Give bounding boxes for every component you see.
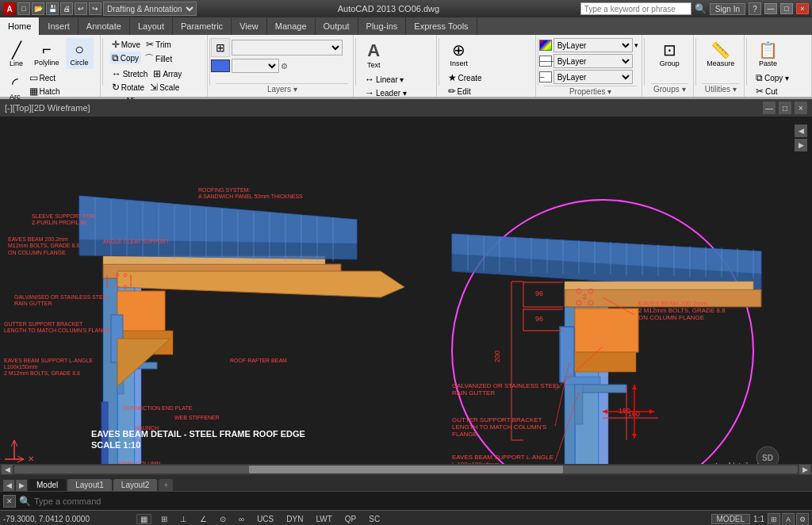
create-button[interactable]: ★Create <box>446 71 513 84</box>
quick-access-print[interactable]: 🖨 <box>60 2 73 15</box>
tab-manage[interactable]: Manage <box>267 17 316 35</box>
add-layout-button[interactable]: + <box>159 479 173 491</box>
minimize-button[interactable]: — <box>764 3 777 14</box>
nav-btn-next[interactable]: ▶ <box>795 139 807 151</box>
tab-bar: ◀ ▶ Model Layout1 Layout2 + <box>0 475 812 491</box>
tab-layout2[interactable]: Layout2 <box>113 479 158 491</box>
scroll-tabs-right[interactable]: ▶ <box>16 480 27 491</box>
quick-access-redo[interactable]: ↪ <box>89 2 102 15</box>
coordinates-display: -79.3000, 7.0412 0.0000 <box>3 515 130 523</box>
color-dropdown-arrow[interactable]: ▾ <box>634 41 638 49</box>
trim-button[interactable]: ✂Trim <box>144 38 174 51</box>
svg-text:GALVANISED OR STAINLESS STEEL: GALVANISED OR STAINLESS STEEL <box>14 294 109 300</box>
quick-access-save[interactable]: 💾 <box>46 2 59 15</box>
fillet-button[interactable]: ⌒Fillet <box>142 52 174 67</box>
nav-btn-prev[interactable]: ◀ <box>795 125 807 137</box>
viewport-scale-icon[interactable]: ⊞ <box>768 513 780 526</box>
app-icons: A □ 📂 💾 🖨 ↩ ↪ Drafting & Annotation <box>3 2 197 16</box>
edit-button[interactable]: ✏Edit <box>446 85 513 98</box>
sign-in-button[interactable]: Sign In <box>710 3 745 15</box>
grid-button[interactable]: ⊞ <box>158 515 170 523</box>
tab-layout1[interactable]: Layout1 <box>67 479 112 491</box>
dyn-button[interactable]: DYN <box>283 515 306 523</box>
qp-button[interactable]: QP <box>342 515 359 523</box>
scale-button[interactable]: ⇲Scale <box>147 81 182 94</box>
otrack-button[interactable]: ∞ <box>236 515 247 523</box>
line-button[interactable]: ╱ Line <box>5 38 28 70</box>
linetype-dropdown[interactable]: ByLayer <box>553 54 633 68</box>
layer-color-button[interactable] <box>211 59 230 72</box>
layer-state-dropdown[interactable]: Unsaved Layer State <box>232 40 343 56</box>
copy-button[interactable]: ⧉Copy <box>109 52 141 64</box>
svg-text:SLEEVE SUPPORT FOR: SLEEVE SUPPORT FOR <box>32 213 95 219</box>
leader-button[interactable]: →Leader ▾ <box>362 86 409 99</box>
sc-button[interactable]: SC <box>366 515 383 523</box>
command-input[interactable] <box>34 494 809 508</box>
layer-color-dropdown[interactable]: BLUE <box>232 59 279 73</box>
cut-button[interactable]: ✂Cut <box>753 85 791 98</box>
layer-properties-button[interactable]: ⊞ <box>211 38 230 57</box>
viewport-close[interactable]: × <box>795 102 807 114</box>
array-button[interactable]: ⊞Array <box>151 67 184 80</box>
annotation-scale-icon[interactable]: A <box>782 513 795 526</box>
help-icon[interactable]: ? <box>749 2 761 15</box>
tab-express[interactable]: Express Tools <box>406 17 477 35</box>
svg-text:Z-PURLIN PROFIL 88: Z-PURLIN PROFIL 88 <box>32 220 86 225</box>
rectangle-button[interactable]: ▭Rect <box>27 71 63 84</box>
tab-plugins[interactable]: Plug-ins <box>358 17 407 35</box>
command-line-area: ✕ 🔍 <box>0 491 812 510</box>
measure-button[interactable]: 📏 Measure <box>702 38 739 70</box>
model-label: MODEL <box>711 514 751 524</box>
quick-access-open[interactable]: 📂 <box>32 2 44 15</box>
color-dropdown[interactable]: ByLayer <box>553 38 633 52</box>
group-button[interactable]: ⊡ Group <box>655 38 684 70</box>
clipboard-copy-button[interactable]: ⧉Copy ▾ <box>753 71 791 84</box>
tab-output[interactable]: Output <box>316 17 358 35</box>
layer-settings-button[interactable]: ⚙ <box>281 62 288 71</box>
tab-layout[interactable]: Layout <box>130 17 173 35</box>
horizontal-scrollbar[interactable]: ◀ ▶ <box>0 464 812 475</box>
scroll-left-button[interactable]: ◀ <box>2 465 13 474</box>
quick-access-new[interactable]: □ <box>17 2 30 15</box>
viewport-maximize[interactable]: □ <box>779 102 791 114</box>
scroll-tabs-left[interactable]: ◀ <box>3 480 14 491</box>
snap-button[interactable]: ▦ <box>136 514 151 524</box>
tab-annotate[interactable]: Annotate <box>79 17 130 35</box>
polar-button[interactable]: ∠ <box>197 515 210 523</box>
cmd-clear-button[interactable]: ✕ <box>3 495 16 508</box>
osnap-button[interactable]: ⊙ <box>216 515 229 523</box>
quick-access-undo[interactable]: ↩ <box>75 2 87 15</box>
tab-view[interactable]: View <box>232 17 267 35</box>
tab-home[interactable]: Home <box>0 17 40 35</box>
tab-parametric[interactable]: Parametric <box>173 17 232 35</box>
linear-button[interactable]: ↔Linear ▾ <box>362 73 409 86</box>
hatch-button[interactable]: ▦Hatch <box>27 85 63 98</box>
workspace-dropdown[interactable]: Drafting & Annotation <box>103 2 197 16</box>
rotate-button[interactable]: ↻Rotate <box>109 81 147 94</box>
search-input[interactable] <box>580 2 691 15</box>
tab-model[interactable]: Model <box>29 479 66 491</box>
tab-insert[interactable]: Insert <box>40 17 79 35</box>
paste-button[interactable]: 📋 Paste <box>753 38 783 70</box>
scroll-thumb-h[interactable] <box>249 466 562 473</box>
lineweight-dropdown[interactable]: ByLayer <box>553 70 633 84</box>
close-button[interactable]: × <box>796 3 809 14</box>
arc-button[interactable]: ◜ Arc <box>5 71 25 103</box>
maximize-button[interactable]: □ <box>780 3 793 14</box>
workspace-settings-icon[interactable]: ⚙ <box>796 513 809 526</box>
circle-button[interactable]: ○ Circle <box>66 38 94 69</box>
viewport-minimize[interactable]: — <box>763 102 776 114</box>
move-button[interactable]: ✛Move <box>109 38 143 51</box>
stretch-button[interactable]: ↔Stretch <box>109 67 151 80</box>
lwt-button[interactable]: LWT <box>312 515 335 523</box>
ducs-button[interactable]: UCS <box>254 515 277 523</box>
text-button[interactable]: A Text <box>362 38 385 71</box>
scroll-right-button[interactable]: ▶ <box>799 465 810 474</box>
search-icon[interactable]: 🔍 <box>695 3 707 14</box>
scroll-track-h[interactable] <box>14 466 798 473</box>
ortho-button[interactable]: ⊥ <box>177 515 190 523</box>
polyline-button[interactable]: ⌐ Polyline <box>29 38 64 69</box>
insert-button[interactable]: ⊕ Insert <box>446 38 473 70</box>
drawing-area[interactable]: ◀ ▶ <box>0 117 812 464</box>
app-title: AutoCAD 2013 CO06.dwg <box>338 4 439 13</box>
